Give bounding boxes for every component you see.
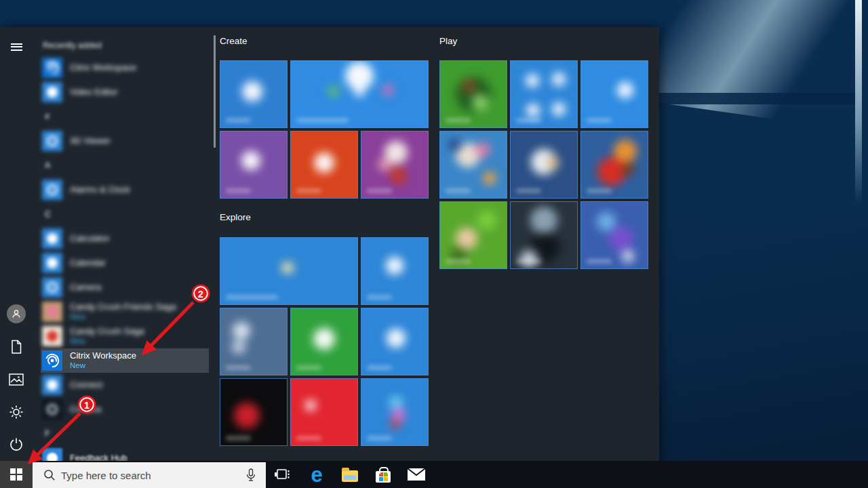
app-icon-glyph	[47, 404, 58, 415]
start-menu: Recently added Citrix WorkspaceVideo Edi…	[0, 27, 659, 461]
microphone-icon[interactable]	[245, 468, 256, 482]
app-list-letter-header[interactable]: #	[41, 104, 209, 129]
mail-button[interactable]	[400, 461, 433, 488]
app-list-item-cortana[interactable]: Cortana	[41, 397, 209, 422]
tile-art-blob	[305, 400, 316, 411]
user-account-button[interactable]	[0, 300, 33, 327]
store-button[interactable]	[367, 461, 399, 488]
section-title-create: Create	[220, 36, 248, 46]
app-list-item-calendar[interactable]: Calendar	[41, 251, 209, 275]
tile-art-blob	[483, 171, 496, 185]
app-row-content: Camera	[42, 277, 101, 298]
tile-art-blob	[552, 102, 566, 116]
settings-button[interactable]	[0, 399, 33, 426]
app-list-item-3d-viewer[interactable]: 3D Viewer	[41, 129, 209, 153]
tile-play[interactable]	[439, 131, 507, 199]
tile-explore[interactable]	[290, 308, 358, 375]
app-texts: Camera	[70, 283, 101, 293]
expand-menu-button[interactable]	[0, 33, 33, 60]
app-list-scrollbar[interactable]	[214, 35, 216, 148]
app-list-item-candy-crush-saga[interactable]: Candy Crush SagaNew	[41, 324, 209, 348]
hamburger-icon	[11, 41, 22, 52]
tile-art-blob	[387, 329, 406, 348]
app-list-letter-header[interactable]: F	[41, 422, 209, 446]
task-view-button[interactable]	[266, 461, 298, 488]
power-button[interactable]	[0, 431, 33, 458]
app-list-item-feedback-hub[interactable]: Feedback Hub	[41, 446, 209, 461]
app-texts: Citrix WorkspaceNew	[70, 351, 136, 370]
app-label: Citrix Workspace	[70, 63, 136, 73]
app-row-content: Calendar	[42, 253, 106, 273]
tile-art-blob	[233, 322, 250, 340]
tile-label-smudge	[367, 365, 392, 370]
tile-create[interactable]	[361, 131, 429, 199]
app-icon	[42, 326, 62, 346]
app-list-item-alarms-clock[interactable]: Alarms & Clock	[41, 178, 209, 202]
app-list-item-video-editor[interactable]: Video Editor	[41, 80, 209, 104]
tile-create[interactable]	[220, 131, 288, 199]
app-texts: 3D Viewer	[70, 136, 111, 146]
tile-play[interactable]	[510, 60, 578, 128]
tile-label-smudge	[587, 118, 612, 123]
tile-play[interactable]	[510, 201, 578, 269]
app-list-item-camera[interactable]: Camera	[41, 275, 209, 300]
app-row-content: Feedback Hub	[42, 448, 127, 461]
tile-art-blob	[448, 138, 462, 152]
app-icon	[42, 277, 62, 298]
tile-explore[interactable]	[361, 378, 429, 446]
tile-label-smudge	[226, 188, 251, 193]
task-view-icon	[274, 467, 290, 482]
start-button[interactable]	[0, 461, 33, 488]
search-input[interactable]	[61, 470, 245, 481]
tile-label-smudge	[367, 295, 392, 300]
tile-label-smudge	[516, 188, 541, 193]
tile-explore[interactable]	[220, 237, 358, 305]
tile-play[interactable]	[510, 131, 578, 199]
tile-label-smudge	[587, 259, 612, 264]
tile-explore[interactable]	[220, 308, 288, 375]
app-list-item-calculator[interactable]: Calculator	[41, 226, 209, 251]
tile-art-blob	[386, 257, 403, 274]
taskbar-search[interactable]	[33, 462, 266, 488]
tile-play[interactable]	[580, 201, 648, 269]
tile-label-smudge	[587, 188, 612, 193]
tile-create[interactable]	[290, 60, 429, 128]
taskbar: e	[0, 461, 868, 488]
tile-play[interactable]	[439, 60, 507, 128]
tile-label-smudge	[446, 118, 471, 123]
tile-play[interactable]	[580, 131, 648, 199]
section-title-explore: Explore	[220, 212, 251, 222]
app-texts: Calendar	[70, 258, 106, 268]
tile-explore[interactable]	[220, 378, 288, 446]
tile-explore[interactable]	[290, 378, 358, 446]
app-icon	[42, 375, 62, 395]
app-list-item-connect[interactable]: Connect	[41, 373, 209, 397]
app-list-item-candy-crush-friends-saga[interactable]: Candy Crush Friends SagaNew	[41, 300, 209, 324]
app-list-letter-header[interactable]: C	[41, 202, 209, 226]
app-texts: Video Editor	[70, 87, 118, 98]
app-new-badge: New	[70, 312, 176, 321]
edge-button[interactable]: e	[300, 461, 333, 488]
app-list-letter-header[interactable]: A	[41, 153, 209, 178]
app-new-badge: New	[70, 337, 144, 346]
edge-icon: e	[311, 464, 322, 485]
tile-art-blob	[234, 403, 260, 428]
tile-create[interactable]	[290, 131, 358, 199]
tile-play[interactable]	[439, 201, 507, 269]
file-explorer-button[interactable]	[334, 461, 366, 488]
tile-play[interactable]	[580, 60, 648, 128]
tile-explore[interactable]	[361, 237, 429, 305]
pictures-button[interactable]	[0, 366, 33, 393]
app-list-item-citrix-workspace[interactable]: Citrix Workspace	[41, 56, 209, 80]
app-list-item-citrix-workspace[interactable]: Citrix WorkspaceNew	[41, 348, 209, 373]
tile-art-blob	[314, 152, 334, 173]
tile-art-blob	[355, 87, 364, 97]
tile-explore[interactable]	[361, 308, 429, 375]
tile-art-blob	[382, 85, 393, 96]
tile-art-blob	[552, 73, 566, 86]
app-icon-glyph	[47, 282, 58, 293]
tile-create[interactable]	[220, 60, 288, 128]
tile-art-blob	[530, 207, 557, 234]
tile-art-blob	[456, 228, 477, 249]
documents-button[interactable]	[0, 333, 33, 361]
